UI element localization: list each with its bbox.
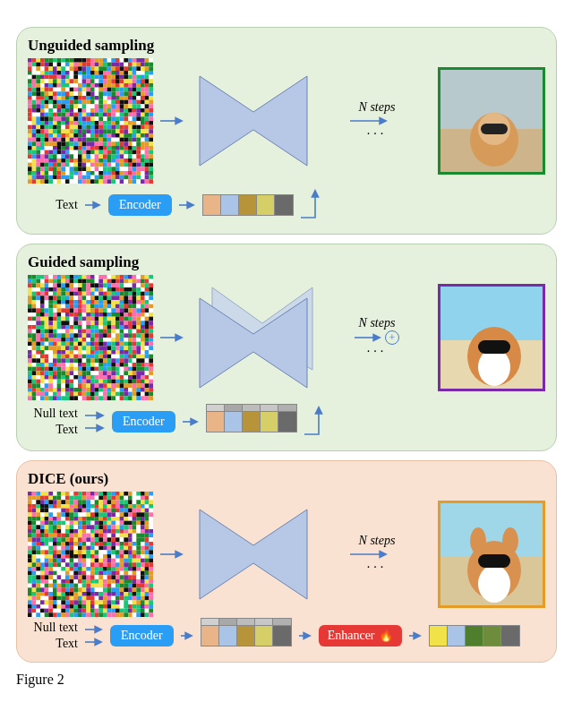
svg-rect-1843 xyxy=(115,492,120,496)
svg-rect-1846 xyxy=(128,492,133,496)
svg-rect-1060 xyxy=(28,295,32,300)
svg-rect-1184 xyxy=(45,313,49,317)
svg-rect-2571 xyxy=(149,592,153,596)
svg-rect-2487 xyxy=(48,584,53,588)
svg-rect-146 xyxy=(136,75,141,80)
svg-rect-1983 xyxy=(73,512,78,517)
svg-rect-1931 xyxy=(107,504,112,509)
svg-rect-1243 xyxy=(40,321,45,325)
svg-rect-1142 xyxy=(120,304,124,309)
svg-rect-1159 xyxy=(65,308,70,313)
svg-rect-576 xyxy=(53,138,57,142)
svg-rect-917 xyxy=(57,275,62,279)
svg-rect-522 xyxy=(78,129,82,133)
svg-rect-2043 xyxy=(73,521,78,526)
svg-rect-2409 xyxy=(98,571,103,576)
svg-rect-2606 xyxy=(45,600,49,604)
svg-rect-1186 xyxy=(53,313,57,317)
svg-rect-1806 xyxy=(136,396,141,400)
svg-rect-1763 xyxy=(82,392,87,397)
svg-rect-1343 xyxy=(82,333,87,338)
svg-rect-845 xyxy=(48,176,53,180)
svg-rect-1218 xyxy=(61,317,65,321)
text-label: Text xyxy=(28,423,78,437)
svg-rect-1614 xyxy=(86,371,90,375)
svg-rect-737 xyxy=(98,158,103,163)
svg-rect-736 xyxy=(95,158,99,163)
svg-rect-212 xyxy=(36,88,40,92)
arrow-icon xyxy=(160,545,184,563)
svg-rect-2182 xyxy=(28,542,32,546)
svg-rect-2027 xyxy=(133,517,137,521)
svg-rect-2525 xyxy=(82,587,87,592)
svg-rect-334 xyxy=(45,104,49,108)
svg-rect-2130 xyxy=(61,534,65,538)
svg-rect-2712 xyxy=(111,612,115,617)
svg-rect-2088 xyxy=(136,525,141,529)
svg-rect-592 xyxy=(120,138,124,142)
svg-rect-1529 xyxy=(107,358,112,363)
svg-rect-1332 xyxy=(36,333,40,338)
svg-rect-584 xyxy=(86,138,90,142)
svg-rect-1383 xyxy=(124,338,128,342)
svg-rect-310 xyxy=(70,100,74,105)
svg-rect-2625 xyxy=(124,600,128,604)
svg-rect-180 xyxy=(28,83,32,88)
svg-rect-2017 xyxy=(90,517,95,521)
svg-rect-2663 xyxy=(32,609,37,613)
svg-rect-432 xyxy=(78,116,82,121)
svg-rect-47 xyxy=(98,63,103,67)
svg-rect-788 xyxy=(61,167,65,171)
svg-rect-1417 xyxy=(141,342,145,347)
svg-rect-2535 xyxy=(124,587,128,592)
svg-rect-591 xyxy=(115,138,120,142)
svg-rect-550 xyxy=(70,133,74,138)
svg-rect-861 xyxy=(115,176,120,180)
svg-rect-987 xyxy=(98,283,103,287)
svg-rect-1052 xyxy=(120,292,124,296)
svg-rect-1952 xyxy=(70,509,74,513)
svg-rect-893 xyxy=(124,179,128,184)
svg-rect-136 xyxy=(95,75,99,80)
svg-rect-24 xyxy=(128,58,133,63)
svg-rect-2305 xyxy=(40,559,45,563)
svg-rect-1986 xyxy=(86,512,90,517)
svg-rect-1334 xyxy=(45,333,49,338)
svg-rect-399 xyxy=(65,113,70,117)
svg-rect-1725 xyxy=(48,388,53,392)
svg-rect-1232 xyxy=(120,317,124,321)
svg-rect-2361 xyxy=(149,562,153,567)
svg-rect-1734 xyxy=(86,388,90,392)
svg-rect-785 xyxy=(48,167,53,171)
svg-rect-744 xyxy=(128,158,133,163)
svg-rect-75 xyxy=(90,66,95,71)
svg-rect-174 xyxy=(128,79,133,83)
svg-rect-2175 xyxy=(124,537,128,542)
svg-rect-1968 xyxy=(136,509,141,513)
svg-rect-2360 xyxy=(145,562,150,567)
svg-rect-2203 xyxy=(115,542,120,546)
svg-rect-433 xyxy=(82,116,87,121)
svg-rect-2076 xyxy=(86,525,90,529)
svg-rect-1263 xyxy=(124,321,128,325)
noise-svg xyxy=(28,275,153,400)
svg-rect-801 xyxy=(115,167,120,171)
svg-rect-410 xyxy=(111,113,115,117)
svg-rect-1006 xyxy=(53,287,57,292)
svg-rect-1400 xyxy=(70,342,74,347)
svg-rect-1589 xyxy=(107,367,112,372)
svg-rect-1987 xyxy=(90,512,95,517)
svg-rect-2212 xyxy=(28,546,32,551)
svg-rect-2320 xyxy=(103,559,107,563)
svg-rect-2624 xyxy=(120,600,124,604)
svg-rect-1510 xyxy=(28,358,32,363)
svg-rect-686 xyxy=(136,150,141,155)
svg-rect-2602 xyxy=(28,600,32,604)
svg-rect-162 xyxy=(78,79,82,83)
svg-rect-1001 xyxy=(32,287,37,292)
svg-rect-2003 xyxy=(32,517,37,521)
svg-rect-99 xyxy=(65,71,70,75)
svg-rect-1139 xyxy=(107,304,112,309)
svg-rect-1321 xyxy=(115,330,120,334)
svg-rect-199 xyxy=(107,83,112,88)
